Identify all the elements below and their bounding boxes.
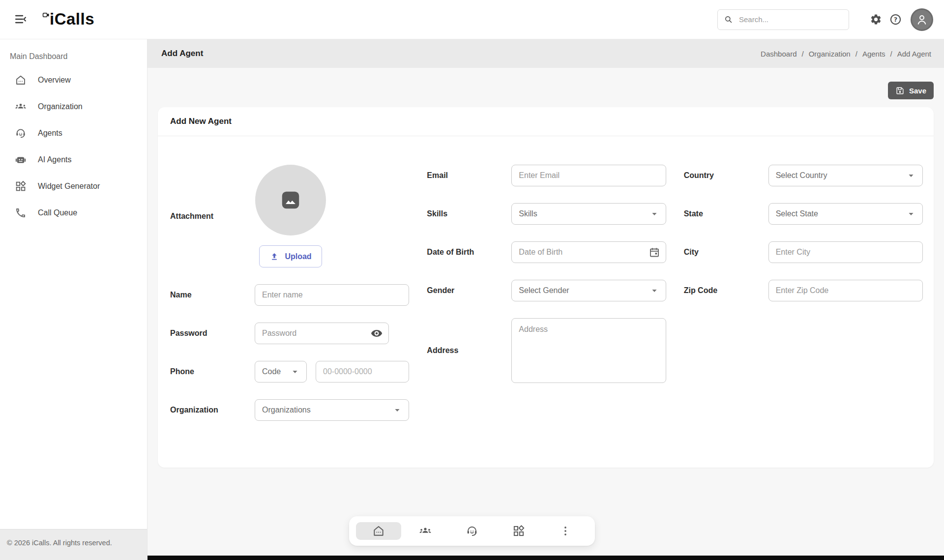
dock-widgets-button[interactable] <box>496 522 541 540</box>
address-textarea[interactable] <box>511 318 666 383</box>
attachment-field: Attachment Upload <box>170 165 409 267</box>
skills-value: Skills <box>519 209 537 218</box>
sidebar-section-label: Main Dashboard <box>10 52 147 61</box>
app-window: iCalls ? Main Dashboard <box>0 0 944 560</box>
dock-agents-button[interactable] <box>449 522 495 540</box>
phone-code-select[interactable]: Code <box>255 361 307 383</box>
breadcrumb-separator: / <box>856 50 857 58</box>
dock-more-button[interactable] <box>543 522 588 540</box>
breadcrumb-agents[interactable]: Agents <box>862 50 885 58</box>
page-header-bar: Add Agent Dashboard / Organization / Age… <box>148 39 944 68</box>
gender-value: Select Gender <box>519 286 569 295</box>
form-column-2: Email Skills Skills <box>427 165 666 383</box>
password-field: Password <box>170 323 409 344</box>
city-label: City <box>684 248 768 257</box>
email-input[interactable] <box>511 165 666 186</box>
add-agent-form: Attachment Upload <box>158 136 934 468</box>
sidebar-item-label: Overview <box>38 76 71 85</box>
skills-label: Skills <box>427 209 511 218</box>
sidebar-item-call-queue[interactable]: Call Queue <box>0 200 147 226</box>
email-label: Email <box>427 171 511 180</box>
name-input[interactable] <box>255 284 409 306</box>
dock-home-button[interactable] <box>356 522 401 540</box>
phone-number-input[interactable] <box>316 361 409 383</box>
save-button[interactable]: Save <box>888 82 934 99</box>
search-box[interactable] <box>717 9 849 30</box>
videocam-icon <box>42 11 50 19</box>
upload-button[interactable]: Upload <box>259 245 322 267</box>
breadcrumb-organization[interactable]: Organization <box>809 50 851 58</box>
phone-field: Phone Code <box>170 361 409 383</box>
gender-select[interactable]: Select Gender <box>511 280 666 301</box>
app-logo-text: iCalls <box>50 10 94 28</box>
zip-code-input[interactable] <box>768 280 923 301</box>
person-icon <box>915 13 929 27</box>
home-icon <box>372 525 385 537</box>
chevron-down-icon <box>906 170 916 181</box>
skills-select[interactable]: Skills <box>511 203 666 225</box>
sidebar-item-overview[interactable]: Overview <box>0 67 147 93</box>
image-icon <box>279 189 302 211</box>
country-label: Country <box>684 171 768 180</box>
organization-value: Organizations <box>262 406 311 414</box>
save-icon <box>895 86 905 95</box>
date-of-birth-label: Date of Birth <box>427 248 511 257</box>
menu-open-icon <box>14 12 28 26</box>
state-select[interactable]: Select State <box>768 203 923 225</box>
toggle-password-visibility-button[interactable] <box>370 327 383 340</box>
app-logo[interactable]: iCalls <box>42 10 94 28</box>
sidebar-item-organization[interactable]: Organization <box>0 93 147 120</box>
password-label: Password <box>170 329 255 338</box>
breadcrumb: Dashboard / Organization / Agents / Add … <box>761 50 931 58</box>
state-label: State <box>684 209 768 218</box>
breadcrumb-dashboard[interactable]: Dashboard <box>761 50 796 58</box>
sidebar-item-label: Widget Generator <box>38 182 100 191</box>
search-input[interactable] <box>739 15 843 24</box>
robot-icon <box>15 154 27 166</box>
sidebar-toggle-button[interactable] <box>12 10 30 28</box>
breadcrumb-add-agent: Add Agent <box>897 50 931 58</box>
dock-organization-button[interactable] <box>403 522 448 540</box>
settings-button[interactable] <box>869 13 882 26</box>
attachment-block: Upload <box>255 165 326 267</box>
action-row: Save <box>158 82 934 99</box>
save-button-label: Save <box>909 87 926 95</box>
organization-select[interactable]: Organizations <box>255 399 409 421</box>
search-icon <box>724 15 733 24</box>
email-field: Email <box>427 165 666 186</box>
sidebar-item-label: Call Queue <box>38 208 77 217</box>
gender-label: Gender <box>427 286 511 295</box>
city-input[interactable] <box>768 241 923 263</box>
sidebar-item-widget-generator[interactable]: Widget Generator <box>0 173 147 200</box>
calendar-picker-button[interactable] <box>649 246 660 258</box>
copyright-text: © 2026 iCalls. All rights reserved. <box>0 529 147 560</box>
home-icon <box>15 74 27 86</box>
password-input[interactable] <box>255 323 389 344</box>
top-header: iCalls ? <box>0 0 944 39</box>
skills-field: Skills Skills <box>427 203 666 225</box>
country-select[interactable]: Select Country <box>768 165 923 186</box>
user-avatar[interactable] <box>911 8 933 31</box>
form-column-1: Attachment Upload <box>170 165 409 421</box>
gender-field: Gender Select Gender <box>427 280 666 301</box>
sidebar-item-label: Agents <box>38 129 62 138</box>
name-label: Name <box>170 291 255 299</box>
attachment-preview <box>255 165 326 236</box>
address-label: Address <box>427 346 511 355</box>
chevron-down-icon <box>392 405 403 415</box>
sidebar-item-label: AI Agents <box>38 155 72 164</box>
upload-icon <box>269 252 279 262</box>
main-content: Add Agent Dashboard / Organization / Age… <box>148 39 944 560</box>
address-field: Address <box>427 318 666 383</box>
form-column-3: Country Select Country State <box>684 165 923 301</box>
svg-text:?: ? <box>893 16 897 23</box>
header-left: iCalls <box>12 10 94 28</box>
sidebar-item-agents[interactable]: Agents <box>0 120 147 147</box>
date-of-birth-input[interactable] <box>511 241 666 263</box>
sidebar-item-ai-agents[interactable]: AI Agents <box>0 147 147 173</box>
sidebar-nav: Overview Organization Agents <box>0 67 147 529</box>
phone-icon <box>15 207 27 219</box>
chevron-down-icon <box>649 285 660 296</box>
help-button[interactable]: ? <box>889 13 902 26</box>
attachment-label: Attachment <box>170 212 255 221</box>
